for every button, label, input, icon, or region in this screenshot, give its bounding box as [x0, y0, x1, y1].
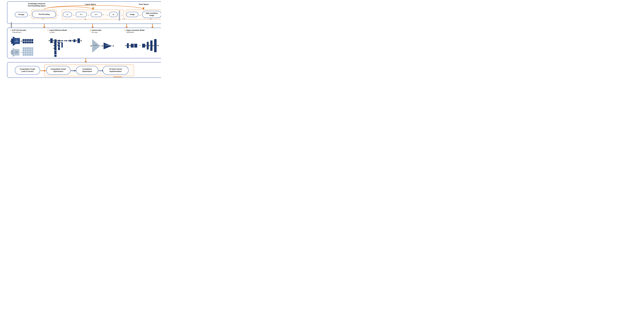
svg-rect-90 [142, 44, 145, 48]
svg-rect-27 [22, 50, 24, 51]
num-3: 3 [124, 18, 124, 20]
esrgan-section: 4. Super-resolution Model (ESRGAN) ··· [124, 29, 161, 58]
arrow-7: → [139, 14, 141, 17]
svg-rect-49 [58, 40, 60, 42]
pixel-space-label: Pixel Space [126, 3, 161, 5]
prompt-node: Prompt [15, 12, 28, 17]
unet-diagram [48, 34, 88, 58]
image-node: Image [126, 12, 138, 17]
svg-rect-60 [62, 44, 63, 48]
compile-opt-pill: CompilationOptimization [76, 66, 98, 75]
svg-rect-30 [29, 50, 31, 51]
svg-rect-14 [29, 42, 31, 43]
autoencoder-diagram: Encoder Decoder [90, 34, 122, 58]
autoencoder-section: 3. Autoencoder (KL-reg.) Encoder De [90, 29, 122, 58]
svg-rect-58 [54, 45, 56, 47]
svg-rect-45 [50, 39, 53, 43]
svg-rect-40 [29, 54, 31, 56]
svg-rect-15 [31, 42, 33, 43]
svg-text:Image: Image [15, 51, 18, 52]
svg-rect-53 [58, 42, 60, 44]
svg-rect-54 [62, 42, 63, 44]
svg-rect-69 [66, 40, 67, 41]
clip-diagram: Text Encoder [10, 34, 46, 58]
svg-text:Encoder: Encoder [15, 41, 18, 42]
svg-rect-66 [54, 51, 56, 54]
num-2: 2 [85, 18, 86, 20]
arrow-load-opt [40, 70, 46, 72]
svg-rect-11 [22, 42, 24, 43]
svg-rect-85 [127, 43, 129, 48]
main-container: Data Pipeline Knowledge-enhancedText Emb… [0, 0, 161, 83]
arrow-3: → [72, 14, 75, 17]
svg-rect-52 [54, 42, 56, 45]
svg-text:Decoder: Decoder [105, 45, 110, 46]
svg-rect-34 [27, 52, 29, 54]
svg-marker-78 [92, 39, 100, 53]
dots-1: ··· [102, 14, 104, 16]
svg-text:Text: Text [16, 40, 18, 41]
svg-rect-28 [25, 50, 27, 51]
svg-rect-22 [22, 47, 24, 49]
io-kernel-pill: IO-Aware KernelImplementation [103, 66, 128, 75]
svg-rect-29 [27, 50, 29, 51]
svg-rect-38 [25, 54, 27, 56]
svg-rect-39 [27, 54, 29, 56]
svg-rect-7 [25, 39, 27, 41]
svg-rect-92 [147, 42, 149, 50]
svg-text:···: ··· [139, 44, 140, 47]
graph-opt-pill: Computation GraphOptimization [46, 66, 70, 75]
num-1: 1 [42, 18, 43, 20]
svg-rect-24 [27, 47, 29, 49]
num-4: 4 [150, 18, 151, 20]
svg-rect-12 [25, 42, 27, 43]
svg-rect-9 [29, 39, 31, 41]
gpu-label: GPU Device [114, 76, 122, 78]
hires-image-node: High-resolutionImage [142, 11, 161, 18]
connector-row-2 [7, 58, 161, 62]
svg-rect-31 [31, 50, 33, 51]
data-pipeline-box: Knowledge-enhancedText Embedding Space L… [7, 1, 161, 24]
load-convert-pill: Computation GraphLoad & Convert [15, 66, 40, 75]
svg-rect-64 [58, 47, 60, 50]
xT-node: xT [63, 12, 72, 17]
latent-space-label: Latent Space [64, 3, 116, 5]
svg-rect-35 [29, 52, 31, 54]
connector-row-1 [7, 24, 161, 28]
svg-rect-88 [134, 44, 137, 48]
xT2-node: xT-2 [91, 12, 102, 17]
arrow-2: → [56, 14, 59, 17]
arrow-4: → [87, 14, 90, 17]
svg-rect-36 [31, 52, 33, 54]
svg-rect-87 [131, 44, 134, 48]
svg-text:Encoder: Encoder [15, 52, 18, 53]
clip-section: 1. CLIP Text Encoder (Transformer) Text … [10, 29, 46, 58]
computation-box: GPU Device Computation GraphLoad & Conve… [7, 62, 161, 78]
svg-rect-32 [22, 52, 24, 54]
x0-node: x0 [109, 12, 118, 17]
svg-rect-75 [78, 39, 80, 43]
svg-rect-6 [22, 39, 24, 41]
svg-rect-41 [31, 54, 33, 56]
svg-marker-81 [104, 43, 112, 49]
esrgan-diagram: ··· [124, 34, 161, 58]
svg-rect-71 [69, 40, 71, 42]
svg-rect-1 [11, 39, 13, 44]
svg-rect-10 [31, 39, 33, 41]
arrow-1: → [28, 14, 30, 17]
svg-rect-94 [150, 41, 152, 51]
clip-subtitle: (Transformer) [12, 32, 46, 33]
svg-rect-37 [22, 54, 24, 56]
svg-rect-8 [27, 39, 29, 41]
arrow-opt-compile [71, 70, 76, 72]
svg-rect-59 [58, 45, 60, 47]
svg-rect-17 [11, 50, 13, 55]
xT1-node: xT-1 [76, 12, 87, 17]
knowledge-space-label: Knowledge-enhancedText Embedding Space [16, 3, 58, 7]
model-arch-box: 1. CLIP Text Encoder (Transformer) Text … [7, 28, 161, 58]
svg-rect-25 [29, 47, 31, 49]
arrow-5: → [106, 14, 108, 17]
svg-rect-63 [54, 47, 56, 51]
svg-rect-33 [25, 52, 27, 54]
svg-rect-47 [54, 39, 56, 42]
